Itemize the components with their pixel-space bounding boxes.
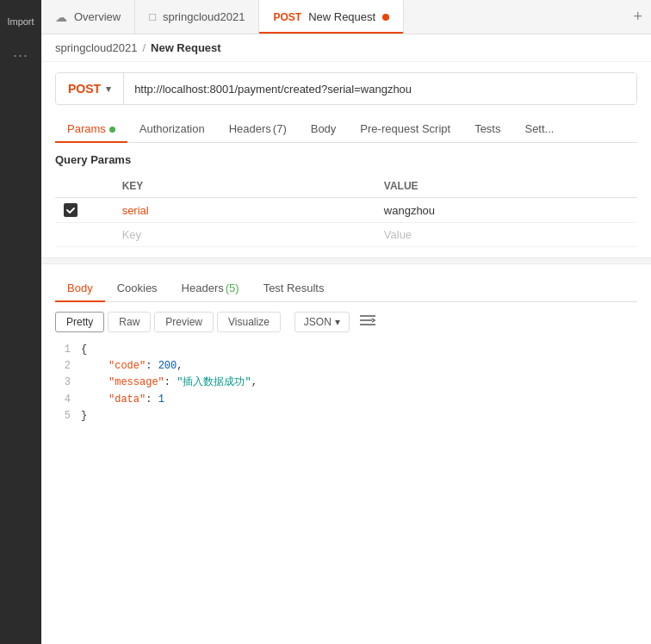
resp-tab-cookies[interactable]: Cookies (105, 275, 170, 301)
code-area: 1 { 2 "code": 200, 3 "message": "插入数据成功"… (55, 342, 637, 424)
resp-tab-test-results[interactable]: Test Results (251, 275, 337, 301)
code-line-5: 5 } (55, 408, 637, 424)
url-bar: POST ▾ (55, 72, 637, 105)
wrap-button[interactable] (353, 311, 382, 333)
format-chevron: ▾ (335, 316, 340, 328)
sidebar-import[interactable]: Import (2, 9, 39, 33)
tab-new-request[interactable]: POST New Request (259, 0, 404, 34)
col-value: VALUE (375, 175, 637, 198)
tab-bar: ☁ Overview □ springcloud2021 POST New Re… (41, 0, 651, 34)
left-sidebar: Import ··· (0, 0, 41, 435)
tab-new-request-label: New Request (308, 10, 375, 23)
method-selector[interactable]: POST ▾ (56, 73, 124, 104)
params-table: KEY VALUE serial (55, 175, 637, 247)
view-raw-button[interactable]: Raw (108, 312, 151, 332)
col-key: KEY (114, 175, 375, 198)
tab-overview-label: Overview (74, 10, 121, 23)
code-line-4: 4 "data": 1 (55, 392, 637, 408)
tab-status-dot (382, 14, 389, 21)
tab-body[interactable]: Body (299, 115, 349, 142)
breadcrumb-separator: / (142, 41, 146, 54)
query-params-section: Query Params KEY VALUE (55, 153, 637, 247)
tab-add-button[interactable]: + (624, 0, 651, 34)
section-divider (28, 257, 651, 264)
view-preview-button[interactable]: Preview (154, 312, 214, 332)
table-row-empty: Key Value (55, 223, 637, 247)
param-value[interactable]: wangzhou (384, 204, 435, 217)
breadcrumb: springcloud2021 / New Request (41, 34, 651, 62)
url-input[interactable] (124, 73, 636, 104)
tab-authorization[interactable]: Authorization (127, 115, 217, 142)
main-content: POST ▾ Params Authorization Headers(7) B… (41, 62, 651, 257)
post-method-label: POST (273, 11, 301, 23)
resp-tab-headers[interactable]: Headers(5) (170, 275, 251, 301)
tab-overview[interactable]: ☁ Overview (41, 0, 135, 34)
tab-headers[interactable]: Headers(7) (217, 115, 299, 142)
code-line-1: 1 { (55, 342, 637, 358)
param-key[interactable]: serial (122, 204, 149, 217)
method-label: POST (68, 82, 101, 96)
springcloud-icon: □ (149, 10, 156, 23)
tab-pre-request[interactable]: Pre-request Script (348, 115, 462, 142)
method-chevron: ▾ (106, 84, 111, 95)
tab-params[interactable]: Params (55, 115, 127, 142)
resp-tab-body[interactable]: Body (55, 275, 105, 301)
format-label: JSON (304, 316, 332, 328)
view-visualize-button[interactable]: Visualize (217, 312, 281, 332)
query-params-title: Query Params (55, 153, 637, 166)
response-section: Body Cookies Headers(5) Test Results Pre… (41, 264, 651, 435)
code-line-2: 2 "code": 200, (55, 358, 637, 375)
response-tabs: Body Cookies Headers(5) Test Results (55, 275, 637, 302)
tab-tests[interactable]: Tests (462, 115, 512, 142)
table-row: serial wangzhou (55, 198, 637, 223)
params-dot (109, 127, 115, 133)
overview-icon: ☁ (55, 10, 67, 24)
tab-springcloud[interactable]: □ springcloud2021 (135, 0, 259, 34)
param-key-placeholder[interactable]: Key (122, 228, 141, 241)
breadcrumb-parent[interactable]: springcloud2021 (55, 41, 137, 54)
view-pretty-button[interactable]: Pretty (55, 312, 104, 332)
sidebar-more[interactable]: ··· (8, 41, 34, 70)
param-value-placeholder[interactable]: Value (384, 228, 412, 241)
tab-settings[interactable]: Sett... (512, 115, 566, 142)
request-tabs: Params Authorization Headers(7) Body Pre… (55, 115, 637, 143)
param-checkbox[interactable] (64, 203, 78, 217)
tab-springcloud-label: springcloud2021 (163, 10, 245, 23)
col-checkbox (55, 175, 114, 198)
breadcrumb-current: New Request (151, 41, 221, 54)
format-select[interactable]: JSON ▾ (294, 312, 350, 332)
view-bar: Pretty Raw Preview Visualize JSON ▾ (55, 311, 637, 333)
code-line-3: 3 "message": "插入数据成功", (55, 375, 637, 391)
